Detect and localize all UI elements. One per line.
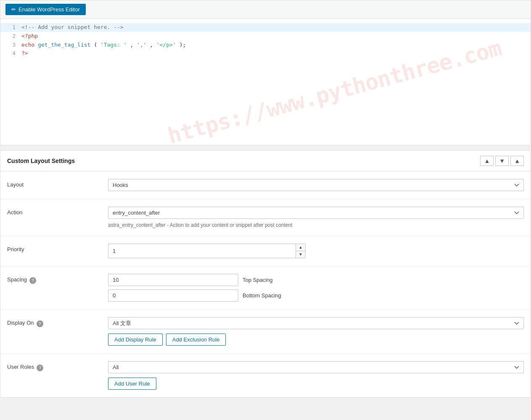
priority-label: Priority [7, 244, 108, 252]
spacing-label: Spacing ? [7, 274, 108, 284]
code-line-2: 2 <?php [0, 32, 531, 41]
code-editor: ✏ Enable WordPress Editor 1 <!-- Add you… [0, 0, 531, 145]
spacing-control: Top Spacing Bottom Spacing [108, 274, 524, 302]
action-select[interactable]: entry_content_after entry_content_before… [108, 207, 524, 219]
display-on-select[interactable]: All 文章 All Pages Home Page Blog Page [108, 317, 524, 329]
user-roles-wrap: All Administrator Editor Subscriber Add … [108, 361, 524, 390]
bottom-spacing-input[interactable] [108, 289, 238, 302]
pencil-icon: ✏ [11, 6, 16, 13]
collapse-down-button[interactable]: ▼ [495, 156, 509, 166]
priority-input[interactable] [108, 245, 296, 257]
priority-decrement-button[interactable]: ▼ [296, 251, 305, 258]
display-on-row: Display On ? All 文章 All Pages Home Page … [0, 310, 531, 354]
priority-increment-button[interactable]: ▲ [296, 244, 305, 251]
bottom-spacing-field: Bottom Spacing [108, 289, 524, 302]
code-content[interactable]: 1 <!-- Add your snippet here. --> 2 <?ph… [0, 19, 531, 145]
user-roles-help-icon[interactable]: ? [37, 365, 43, 371]
add-exclusion-rule-button[interactable]: Add Exclusion Rule [166, 333, 226, 346]
add-display-rule-button[interactable]: Add Display Rule [108, 333, 163, 346]
display-on-control: All 文章 All Pages Home Page Blog Page Add… [108, 317, 524, 346]
user-roles-label: User Roles ? [7, 361, 108, 371]
action-row: Action entry_content_after entry_content… [0, 199, 531, 236]
settings-panel-header: Custom Layout Settings ▲ ▼ ▲ [0, 151, 531, 171]
priority-input-wrapper: ▲ ▼ [108, 244, 306, 258]
display-on-select-wrapper: All 文章 All Pages Home Page Blog Page [108, 317, 524, 329]
top-spacing-field: Top Spacing [108, 274, 524, 286]
code-line-4: 4 ?> [0, 49, 531, 58]
priority-spinners: ▲ ▼ [296, 244, 305, 258]
top-spacing-input[interactable] [108, 274, 238, 286]
collapse-up-button[interactable]: ▲ [480, 156, 494, 166]
code-line-3: 3 echo get_the_tag_list ( 'Tags: ' , ','… [0, 41, 531, 50]
display-on-label: Display On ? [7, 317, 108, 327]
arrow-up-icon: ▲ [484, 158, 490, 164]
spacing-help-icon[interactable]: ? [29, 277, 36, 284]
priority-row: Priority ▲ ▼ [0, 236, 531, 266]
arrow-down-icon: ▼ [499, 158, 505, 164]
layout-select[interactable]: Hooks Content Fixed [108, 179, 524, 191]
display-on-help-icon[interactable]: ? [37, 320, 43, 327]
settings-panel-title: Custom Layout Settings [7, 158, 75, 164]
code-line-1: 1 <!-- Add your snippet here. --> [0, 23, 531, 32]
rule-buttons: Add Display Rule Add Exclusion Rule [108, 333, 524, 346]
user-roles-select[interactable]: All Administrator Editor Subscriber [108, 361, 524, 373]
user-roles-row: User Roles ? All Administrator Editor Su… [0, 354, 531, 397]
action-label: Action [7, 207, 108, 215]
editor-toolbar: ✏ Enable WordPress Editor [0, 0, 531, 19]
action-control: entry_content_after entry_content_before… [108, 207, 524, 228]
layout-control: Hooks Content Fixed [108, 179, 524, 191]
expand-button[interactable]: ▲ [510, 156, 524, 166]
bottom-spacing-label: Bottom Spacing [243, 292, 281, 299]
display-on-wrap: All 文章 All Pages Home Page Blog Page Add… [108, 317, 524, 346]
enable-wp-editor-label: Enable WordPress Editor [18, 6, 80, 13]
user-rule-buttons: Add User Rule [108, 378, 524, 390]
spacing-fields: Top Spacing Bottom Spacing [108, 274, 524, 302]
settings-header-actions: ▲ ▼ ▲ [480, 156, 524, 166]
add-user-rule-button[interactable]: Add User Rule [108, 378, 156, 390]
action-description: astra_entry_content_after - Action to ad… [108, 222, 524, 228]
custom-layout-settings-panel: Custom Layout Settings ▲ ▼ ▲ Layout Hook… [0, 150, 531, 398]
expand-icon: ▲ [514, 158, 520, 164]
spacing-row: Spacing ? Top Spacing Bottom Spacing [0, 266, 531, 310]
layout-row: Layout Hooks Content Fixed [0, 171, 531, 199]
layout-label: Layout [7, 179, 108, 188]
priority-control: ▲ ▼ [108, 244, 524, 258]
top-spacing-label: Top Spacing [243, 277, 273, 283]
enable-wordpress-editor-button[interactable]: ✏ Enable WordPress Editor [5, 4, 86, 15]
user-roles-control: All Administrator Editor Subscriber Add … [108, 361, 524, 390]
